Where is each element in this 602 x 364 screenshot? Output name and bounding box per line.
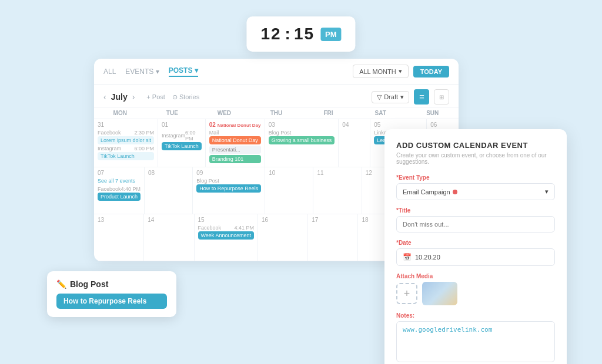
cell-fri-17: 17	[308, 214, 358, 261]
cell-wed-02: 02 National Donut Day Mail National Donu…	[206, 119, 265, 167]
date-input[interactable]: 📅 10.20.20	[396, 248, 555, 266]
date-07: 07	[98, 170, 141, 176]
fb-w2-source: Facebook4:40 PM	[98, 186, 141, 192]
presentati-event[interactable]: Presentati...	[209, 146, 261, 154]
repurpose-event[interactable]: How to Repurpose Reels	[196, 184, 261, 193]
post-option[interactable]: + Post	[146, 93, 165, 101]
time-hours: 12	[260, 25, 281, 43]
grid-view-button[interactable]: ☰	[414, 89, 429, 105]
day-thu: Thu	[250, 107, 303, 119]
day-headers: Mon Tue Wed Thu Fri Sat Sun	[94, 107, 459, 119]
ig-source: Instagram6:00 PM	[98, 146, 154, 151]
event-type-dropdown[interactable]: Email Campaign ▾	[396, 183, 555, 200]
day-sun: Sun	[406, 107, 459, 119]
nav-posts[interactable]: POSTS ▾	[169, 66, 198, 77]
today-button[interactable]: TODAY	[413, 66, 449, 77]
blog-icon: ✏️	[56, 279, 66, 289]
panel-title: ADD CUSTOM CALENDAR EVENT	[396, 141, 555, 150]
draft-filter-button[interactable]: ▽ Draft ▾	[372, 91, 409, 103]
ig-01-source: Instagram6:00 PM	[162, 130, 202, 141]
nav-all[interactable]: ALL	[103, 68, 116, 76]
date-02: 02 National Donut Day	[209, 122, 261, 128]
ig-event[interactable]: TikTok Launch	[98, 152, 154, 160]
filter-icon: ▽	[377, 93, 382, 101]
stories-option[interactable]: ⊙ Stories	[172, 93, 199, 101]
blog-03-source: Blog Post	[269, 130, 335, 136]
time-ampm: PM	[320, 28, 342, 41]
fb-15-source: Facebook4:41 PM	[198, 225, 254, 231]
date-05: 05	[374, 122, 423, 128]
date-11: 11	[317, 170, 357, 176]
see-all-link[interactable]: See all 7 events	[98, 178, 141, 184]
title-label: *Title	[396, 207, 555, 214]
cell-mon-14: 13	[94, 214, 144, 261]
notes-row: Notes:	[396, 312, 555, 364]
cell-thu-16: 16	[258, 214, 308, 261]
date-08: 08	[148, 170, 189, 176]
right-controls: ▽ Draft ▾ ☰ ⊞	[372, 89, 449, 105]
blog-post-title: Blog Post	[70, 279, 108, 289]
product-launch-event[interactable]: Product Launch	[98, 193, 141, 201]
blog-09-source: Blog Post	[196, 178, 261, 184]
date-04: 04	[342, 122, 366, 128]
event-panel: ADD CUSTOM CALENDAR EVENT Create your ow…	[384, 129, 567, 364]
growing-event[interactable]: Growing a small business	[269, 136, 335, 144]
nav-events[interactable]: EVENTS ▾	[125, 68, 159, 76]
day-mon: Mon	[94, 107, 146, 119]
event-type-chevron: ▾	[545, 188, 549, 196]
nav-right: ALL MONTH ▾ TODAY	[353, 65, 449, 78]
attach-media-row: +	[396, 282, 555, 305]
branding-event[interactable]: Branding 101	[209, 155, 261, 163]
cell-tue-14: 14	[144, 214, 194, 261]
date-06: 06	[430, 122, 455, 128]
attach-label: Attach Media	[396, 273, 555, 279]
blog-post-card[interactable]: ✏️ Blog Post How to Repurpose Reels	[47, 271, 176, 317]
title-row: *Title	[396, 207, 555, 232]
event-type-value: Email Campaign	[403, 188, 450, 196]
prev-month-arrow[interactable]: ‹	[103, 92, 106, 102]
fb-source: Facebook2:30 PM	[98, 130, 154, 136]
alt-view-button[interactable]: ⊞	[434, 89, 449, 105]
next-month-arrow[interactable]: ›	[132, 92, 135, 102]
cell-mon-07: 07 See all 7 events Facebook4:40 PM Prod…	[94, 167, 145, 214]
attach-row: Attach Media +	[396, 273, 555, 305]
event-type-badge	[453, 190, 457, 194]
date-15: 15	[198, 217, 254, 223]
day-fri: Fri	[302, 107, 354, 119]
attach-plus-button[interactable]: +	[396, 283, 417, 304]
calendar-nav: ALL EVENTS ▾ POSTS ▾ ALL MONTH ▾ TODAY	[94, 59, 459, 85]
cell-tue-01: 01 Instagram6:00 PM TikTok Launch	[158, 119, 206, 167]
calendar-header: ‹ July › + Post ⊙ Stories ▽ Draft ▾ ☰ ⊞	[94, 85, 459, 107]
blog-post-pill[interactable]: How to Repurpose Reels	[56, 294, 167, 309]
date-value: 10.20.20	[415, 254, 440, 261]
notes-label: Notes:	[396, 312, 555, 319]
date-01: 01	[162, 122, 202, 128]
mail-02-source: Mail	[209, 130, 261, 136]
cell-wed-15: 15 Facebook4:41 PM Week Announcement	[195, 214, 258, 261]
month-title: July	[111, 92, 128, 102]
calendar-icon: 📅	[403, 253, 412, 261]
time-colon: :	[285, 25, 290, 43]
cell-wed-09: 09 Blog Post How to Repurpose Reels	[193, 167, 265, 214]
date-row: *Date 📅 10.20.20	[396, 240, 555, 266]
cell-thu-03: 03 Blog Post Growing a small business	[265, 119, 339, 167]
event-type-row: *Event Type Email Campaign ▾	[396, 174, 555, 200]
donut-event[interactable]: National Donut Day	[209, 136, 261, 144]
all-month-button[interactable]: ALL MONTH ▾	[353, 65, 409, 78]
date-label: *Date	[396, 240, 555, 246]
title-input[interactable]	[403, 221, 549, 228]
cell-tue-08: 08	[145, 167, 193, 214]
view-options: + Post ⊙ Stories	[146, 93, 199, 101]
attach-thumbnail[interactable]	[422, 282, 457, 305]
panel-subtitle: Create your own custom event, or choose …	[396, 152, 555, 165]
date-10: 10	[269, 170, 309, 176]
tiktok-event[interactable]: TikTok Launch	[162, 142, 202, 150]
nav-left: ALL EVENTS ▾ POSTS ▾	[103, 66, 198, 77]
thumbnail-image	[422, 282, 457, 305]
notes-input[interactable]	[396, 321, 555, 362]
date-09: 09	[196, 170, 261, 176]
fb-event[interactable]: Lorem ipsum dolor sit	[98, 136, 154, 144]
title-input-wrapper	[396, 216, 555, 232]
event-type-label: *Event Type	[396, 174, 555, 181]
week-announcement[interactable]: Week Announcement	[198, 231, 254, 240]
